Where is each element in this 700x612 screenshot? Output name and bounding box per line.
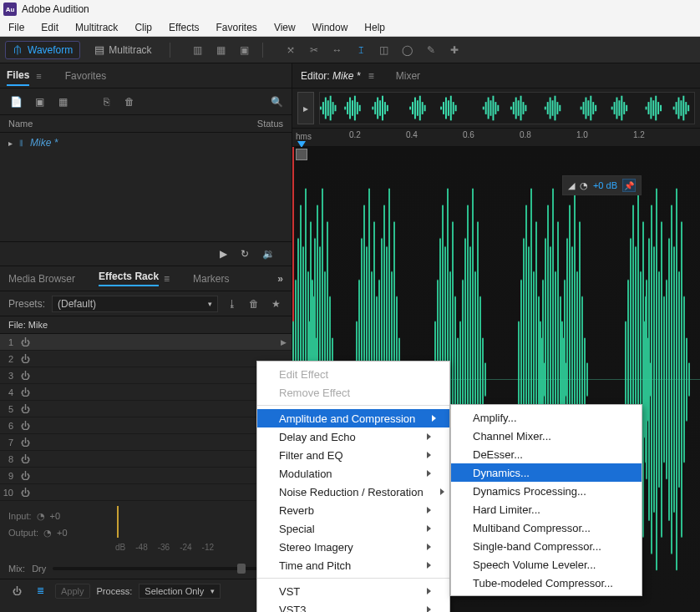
slot-power-icon[interactable]: ⏻ [17,404,33,414]
save-preset-icon[interactable]: ⭳ [225,296,240,311]
menu-effects[interactable]: Effects [160,20,207,35]
menu-item[interactable]: Dynamics Processing... [451,482,642,500]
tab-files[interactable]: Files [7,66,29,86]
autoplay-icon[interactable]: 🔉 [262,248,275,260]
effects-slot[interactable]: 9⏻ [0,468,292,484]
effects-slot[interactable]: 3⏻ [0,367,292,384]
heal-tool-icon[interactable]: ✚ [447,43,462,58]
move-tool-icon[interactable]: ⤧ [283,43,298,58]
time-selection-tool-icon[interactable]: 𝙸 [353,43,368,58]
effects-context-menu[interactable]: Edit EffectRemove EffectAmplitude and Co… [256,361,450,612]
effects-slot[interactable]: 6⏻ [0,417,292,434]
apply-button[interactable]: Apply [55,584,90,599]
tab-markers[interactable]: Markers [193,273,229,285]
gauge-icon[interactable]: ◔ [43,528,52,539]
menu-item[interactable]: Dynamics... [451,463,642,482]
effects-slot[interactable]: 4⏻ [0,384,292,401]
menu-item[interactable]: Amplitude and Compression [257,409,449,427]
menu-help[interactable]: Help [356,20,393,35]
menu-item[interactable]: Amplify... [451,408,642,427]
menu-item[interactable]: Special [257,519,449,538]
effects-slot[interactable]: 2⏻ [0,351,292,367]
menu-item[interactable]: Delay and Echo [257,427,449,446]
menu-item[interactable]: Speech Volume Leveler... [451,555,642,574]
slot-power-icon[interactable]: ⏻ [17,488,33,498]
marquee-tool-icon[interactable]: ◫ [377,43,392,58]
close-icon[interactable]: 🗑 [122,94,137,109]
slip-tool-icon[interactable]: ↔ [330,43,345,58]
razor-tool-icon[interactable]: ✂ [307,43,322,58]
menu-view[interactable]: View [266,20,304,35]
overview-waveform[interactable] [319,92,695,124]
effects-slot[interactable]: 7⏻ [0,434,292,451]
slot-power-icon[interactable]: ⏻ [17,354,33,364]
files-list[interactable]: ▸ ⫴ Mike * [0,133,292,241]
menu-multitrack[interactable]: Multitrack [67,20,126,35]
slot-power-icon[interactable]: ⏻ [17,337,33,347]
slot-power-icon[interactable]: ⏻ [17,421,33,431]
slider-thumb[interactable] [237,564,246,574]
fade-in-icon[interactable]: ◢ [568,180,575,191]
slot-power-icon[interactable]: ⏻ [17,387,33,397]
menu-favorites[interactable]: Favorites [208,20,266,35]
slot-power-icon[interactable]: ⏻ [17,371,33,381]
slot-power-icon[interactable]: ⏻ [17,471,33,481]
time-ruler[interactable]: hms 0.2 0.4 0.6 0.8 1.0 1.2 [292,129,700,147]
new-multitrack-icon[interactable]: ▦ [55,94,70,109]
process-dropdown[interactable]: Selection Only ▾ [139,584,221,599]
delete-preset-icon[interactable]: 🗑 [246,296,261,311]
play-icon[interactable]: ▶ [220,248,227,260]
menu-item[interactable]: Multiband Compressor... [451,518,642,537]
menu-item[interactable]: Filter and EQ [257,446,449,464]
overview-play-icon[interactable]: ▸ [297,92,314,124]
effects-slot[interactable]: 8⏻ [0,451,292,468]
presets-dropdown[interactable]: (Default) ▾ [52,296,218,312]
favorite-icon[interactable]: ★ [268,296,283,311]
pitch-display-icon[interactable]: ▦ [214,43,229,58]
new-file-icon[interactable]: ▣ [32,94,47,109]
menu-bar[interactable]: File Edit Multitrack Clip Effects Favori… [0,18,700,37]
slot-power-icon[interactable]: ⏻ [17,454,33,464]
menu-item[interactable]: Hard Limiter... [451,500,642,518]
menu-item[interactable]: Stereo Imagery [257,538,449,556]
mix-slider[interactable] [53,567,260,570]
insert-icon[interactable]: ⎘ [99,94,114,109]
open-file-icon[interactable]: 📄 [8,94,23,109]
gain-hud[interactable]: ◢ ◔ +0 dB 📌 [562,175,642,195]
menu-item[interactable]: VST3 [257,600,449,612]
effects-slot[interactable]: 1⏻▶ [0,334,292,351]
gauge-icon[interactable]: ◔ [580,180,588,191]
spectral-toggle-icon[interactable]: ▥ [190,43,205,58]
brush-tool-icon[interactable]: ✎ [424,43,439,58]
expand-icon[interactable]: ▸ [8,139,13,148]
file-row[interactable]: ▸ ⫴ Mike * [5,134,287,151]
tab-effects-rack[interactable]: Effects Rack [99,271,159,286]
pin-icon[interactable]: 📌 [622,179,636,192]
list-icon[interactable]: ≣ [32,584,48,599]
menu-item[interactable]: Time and Pitch [257,556,449,574]
tab-mixer[interactable]: Mixer [396,70,420,82]
mode-multitrack-button[interactable]: ▤ Multitrack [87,41,159,59]
menu-item[interactable]: Modulation [257,464,449,483]
menu-item[interactable]: VST [257,582,449,600]
menu-edit[interactable]: Edit [33,20,67,35]
mode-waveform-button[interactable]: ⫛ Waveform [5,41,80,59]
expand-panel-icon[interactable]: » [277,273,283,285]
menu-item[interactable]: Channel Mixer... [451,427,642,445]
tab-favorites[interactable]: Favorites [65,67,106,85]
menu-window[interactable]: Window [304,20,357,35]
power-toggle-icon[interactable]: ⏻ [8,584,25,599]
col-name[interactable]: Name [8,119,257,129]
search-icon[interactable]: 🔍 [271,96,283,108]
hud-toggle-icon[interactable]: ▣ [237,43,252,58]
gauge-icon[interactable]: ◔ [37,511,45,522]
effects-slot[interactable]: 10⏻ [0,484,292,501]
menu-item[interactable]: Tube-modeled Compressor... [451,574,642,592]
menu-item[interactable]: DeEsser... [451,445,642,463]
amplitude-submenu[interactable]: Amplify...Channel Mixer...DeEsser...Dyna… [450,404,642,596]
menu-item[interactable]: Reverb [257,501,449,519]
tab-media-browser[interactable]: Media Browser [8,273,75,285]
panel-menu-icon[interactable]: ≡ [368,70,374,82]
menu-item[interactable]: Single-band Compressor... [451,537,642,555]
lasso-tool-icon[interactable]: ◯ [400,43,415,58]
